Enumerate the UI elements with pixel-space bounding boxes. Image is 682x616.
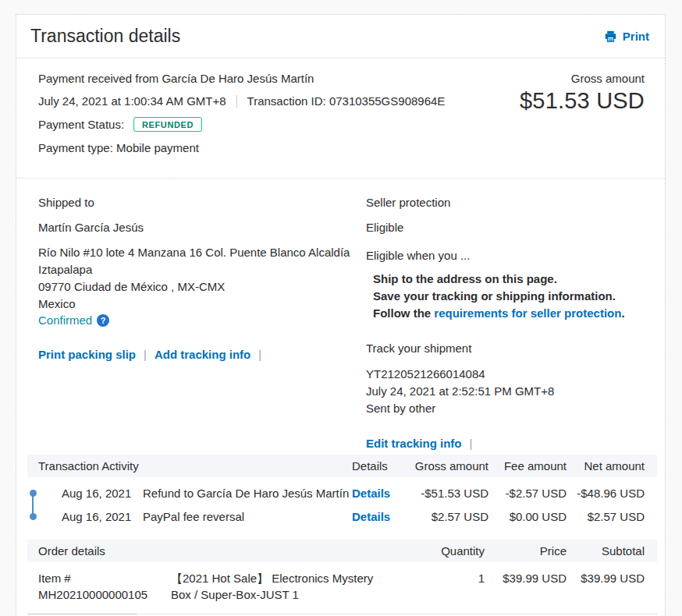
vertical-divider xyxy=(236,95,237,108)
col-header-details: Details xyxy=(352,459,407,473)
activity-gross: $2.57 USD xyxy=(407,510,488,523)
order-rows: Item # MH20210000000105 【2021 Hot Sale】 … xyxy=(27,562,657,616)
link-separator: | xyxy=(144,348,147,361)
item-price: $39.99 USD xyxy=(485,570,567,586)
condition-ship: Ship to the address on this page. xyxy=(373,271,645,288)
address-line-2: 09770 Ciudad de México , MX-CMX xyxy=(38,278,366,296)
page-title: Transaction details xyxy=(30,26,180,47)
printer-icon xyxy=(604,30,617,43)
card-header: Transaction details Print xyxy=(16,15,665,58)
seller-protection-title: Seller protection xyxy=(366,196,645,209)
recipient-name: Martín García Jesús xyxy=(38,221,366,234)
item-quantity: 1 xyxy=(391,570,485,586)
condition-follow-prefix: Follow the xyxy=(373,306,434,320)
activity-description: Refund to García De Haro Jesús Martín xyxy=(143,487,352,500)
order-details-title: Order details xyxy=(27,544,391,558)
col-header-quantity: Quantity xyxy=(391,544,485,558)
shipped-to-section: Shipped to Martín García Jesús Río Nilo … xyxy=(38,196,366,450)
transaction-id: Transaction ID: 07310355GS908964E xyxy=(247,94,446,108)
table-row: Aug 16, 2021 PayPal fee reversal Details… xyxy=(27,504,657,528)
payment-date: July 24, 2021 at 1:00:34 AM GMT+8 xyxy=(38,94,226,108)
col-header-fee: Fee amount xyxy=(488,459,567,473)
payment-status-label: Payment Status: xyxy=(38,118,124,131)
item-number: Item # MH20210000000105 xyxy=(38,570,171,604)
details-columns: Shipped to Martín García Jesús Río Nilo … xyxy=(16,179,665,455)
address-line-1: Río Nilo #10 lote 4 Manzana 16 Col. Puen… xyxy=(38,244,366,278)
item-subtotal: $39.99 USD xyxy=(567,570,645,586)
eligibility-conditions-title: Eligible when you ... xyxy=(366,249,645,262)
payment-received-from: Payment received from García De Haro Jes… xyxy=(38,72,445,85)
print-packing-slip-link[interactable]: Print packing slip xyxy=(38,348,136,361)
edit-tracking-info-link[interactable]: Edit tracking info xyxy=(366,437,462,450)
table-row: Item # MH20210000000105 【2021 Hot Sale】 … xyxy=(27,562,657,614)
payment-summary: Payment received from García De Haro Jes… xyxy=(16,58,665,179)
col-header-gross: Gross amount xyxy=(407,459,488,473)
tracking-carrier: Sent by other xyxy=(366,400,645,417)
gross-amount-value: $51.53 USD xyxy=(520,88,645,114)
add-tracking-info-link[interactable]: Add tracking info xyxy=(155,348,250,361)
activity-details-link[interactable]: Details xyxy=(352,487,407,500)
activity-net: -$48.96 USD xyxy=(567,487,645,500)
payment-type: Payment type: Mobile payment xyxy=(38,141,445,154)
activity-gross: -$51.53 USD xyxy=(407,487,488,500)
transaction-activity-title: Transaction Activity xyxy=(27,459,352,473)
print-button[interactable]: Print xyxy=(604,30,649,43)
condition-follow: Follow the requirements for seller prote… xyxy=(373,305,645,322)
transaction-activity-header: Transaction Activity Details Gross amoun… xyxy=(27,455,657,477)
activity-fee: -$2.57 USD xyxy=(488,487,567,500)
activity-description: PayPal fee reversal xyxy=(143,510,352,523)
track-shipment-title: Track your shipment xyxy=(366,342,645,355)
condition-follow-suffix: . xyxy=(621,306,624,320)
col-header-price: Price xyxy=(485,544,567,558)
tracking-date: July 24, 2021 at 2:52:51 PM GMT+8 xyxy=(366,383,645,400)
link-separator: | xyxy=(258,348,261,361)
link-separator: | xyxy=(470,437,473,450)
transaction-details-card: Transaction details Print Payment receiv… xyxy=(16,14,666,616)
condition-save-tracking: Save your tracking or shipping informati… xyxy=(373,288,645,305)
status-badge: REFUNDED xyxy=(133,117,202,132)
seller-protection-section: Seller protection Eligible Eligible when… xyxy=(366,196,645,450)
timeline-connector xyxy=(32,493,34,516)
item-description: 【2021 Hot Sale】 Electronics Mystery Box … xyxy=(171,570,391,603)
col-header-subtotal: Subtotal xyxy=(567,544,645,558)
activity-fee: $0.00 USD xyxy=(488,510,567,523)
col-header-net: Net amount xyxy=(567,459,645,473)
transaction-activity-rows: Aug 16, 2021 Refund to García De Haro Je… xyxy=(27,477,657,533)
tracking-number: YT2120521266014084 xyxy=(366,366,645,383)
gross-amount-label: Gross amount xyxy=(520,72,645,85)
table-row: Aug 16, 2021 Refund to García De Haro Je… xyxy=(27,481,657,504)
address-line-3: Mexico xyxy=(38,296,366,313)
activity-details-link[interactable]: Details xyxy=(352,510,407,523)
shipped-to-title: Shipped to xyxy=(38,196,366,209)
seller-protection-status: Eligible xyxy=(366,221,645,234)
address-confirmed-label: Confirmed xyxy=(38,313,92,327)
activity-date: Aug 16, 2021 xyxy=(62,487,143,500)
activity-date: Aug 16, 2021 xyxy=(62,510,143,523)
activity-net: $2.57 USD xyxy=(567,510,645,523)
help-icon[interactable]: ? xyxy=(97,314,109,327)
print-label: Print xyxy=(623,30,649,43)
order-details-header: Order details Quantity Price Subtotal xyxy=(27,540,657,562)
seller-protection-requirements-link[interactable]: requirements for seller protection xyxy=(434,306,621,320)
